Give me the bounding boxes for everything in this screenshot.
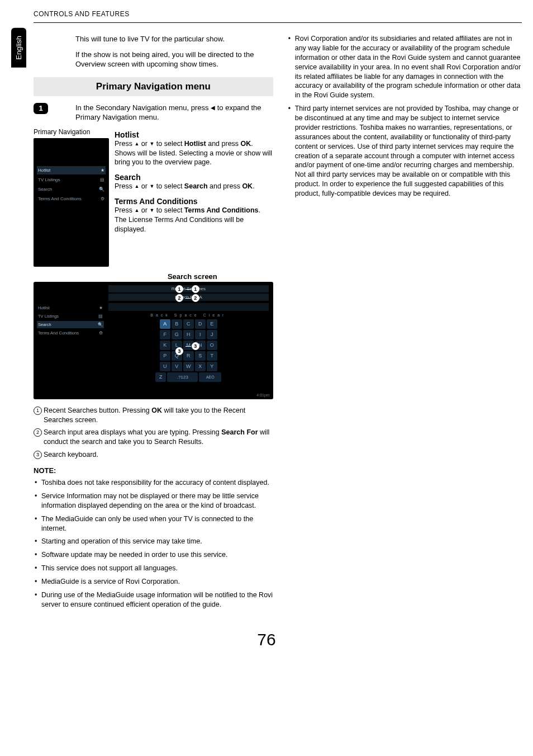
circled-2-icon	[34, 428, 44, 447]
search-screen-figure: Hotlist★ TV Listings▤ Search🔍 Terms And …	[34, 282, 273, 399]
note-heading: NOTE:	[34, 466, 273, 475]
sf-nav-terms: Terms And Conditions⚙	[37, 329, 104, 337]
kb-key: A	[160, 319, 170, 329]
star-icon: ★	[99, 305, 103, 310]
down-arrow-icon	[149, 140, 154, 147]
kb-key: S	[195, 351, 206, 361]
search-body: Press or to select Search and press OK.	[115, 182, 273, 191]
nav-item-search: Search🔍	[37, 185, 106, 193]
note-item: Software update may be needed in order t…	[34, 550, 273, 560]
kb-key-numeric: .?123	[167, 372, 198, 382]
kb-key: Y	[207, 362, 217, 371]
hotlist-heading: Hotlist	[115, 130, 273, 139]
nav-item-tvlistings: TV Listings▤	[37, 176, 106, 184]
settings-icon: ⚙	[101, 196, 104, 201]
sf-nav-hotlist: Hotlist★	[37, 304, 104, 311]
enum-2-text: Search input area displays what you are …	[44, 428, 273, 447]
schedule-icon: ▤	[100, 177, 104, 182]
page-header: CONTROLS AND FEATURES	[34, 6, 522, 23]
kb-key: Z	[155, 372, 166, 382]
kb-key: K	[160, 341, 170, 350]
note-item: Toshiba does not take responsibility for…	[34, 478, 273, 488]
notes-list-right: Rovi Corporation and/or its subsidiaries…	[287, 34, 522, 199]
keyboard-actions: Back Space Clear	[108, 313, 269, 317]
note-item: MediaGuide is a service of Rovi Corporat…	[34, 577, 273, 587]
callout-1-badge: 1	[175, 285, 183, 293]
kb-key: G	[172, 330, 182, 339]
kb-key: F	[160, 330, 170, 339]
kb-key: V	[172, 362, 182, 371]
step-marker-1: 1	[34, 103, 48, 114]
search-icon: 🔍	[99, 187, 104, 192]
kb-key-accent: AÈÖ	[199, 372, 221, 382]
kb-key: T	[207, 351, 217, 361]
star-icon: ★	[101, 168, 104, 173]
step-1-text: In the Secondary Navigation menu, press …	[75, 103, 273, 122]
hotlist-body: Press or to select Hotlist and press OK.…	[115, 139, 273, 168]
sf-nav-tvlistings: TV Listings▤	[37, 313, 104, 320]
search-screen-caption: Search screen	[112, 272, 273, 281]
left-arrow-icon	[211, 104, 215, 112]
nav-item-terms: Terms And Conditions⚙	[37, 195, 106, 203]
kb-key: O	[207, 341, 217, 350]
intro-paragraph-1: This will tune to live TV for the partic…	[75, 34, 273, 44]
nav-item-hotlist: Hotlist★	[37, 166, 106, 174]
kb-key: B	[172, 319, 182, 329]
note-item: Starting and operation of this service m…	[34, 537, 273, 546]
primary-nav-label: Primary Navigation	[34, 128, 109, 136]
down-arrow-icon	[149, 183, 154, 190]
callout-2-badge: 2	[175, 294, 183, 302]
terms-body: Press or to select Terms And Conditions.…	[115, 206, 273, 234]
intro-paragraph-2: If the show is not being aired, you will…	[75, 50, 273, 69]
enum-3-text: Search keyboard.	[44, 450, 273, 460]
kb-key: P	[160, 351, 170, 361]
kb-key: H	[183, 330, 194, 339]
circled-1-icon	[34, 406, 44, 425]
circled-3-icon	[34, 450, 44, 460]
sf-nav-search: Search🔍	[37, 321, 104, 328]
search-for-bar: Search For: A	[108, 294, 269, 301]
note-item: Service Information may not be displayed…	[34, 492, 273, 511]
section-title: Primary Navigation menu	[34, 77, 273, 96]
terms-heading: Terms And Conditions	[115, 197, 273, 206]
note-item: Rovi Corporation and/or its subsidiaries…	[287, 34, 522, 100]
callout-3: 3	[192, 342, 199, 350]
enum-1-text: Recent Searches button. Pressing OK will…	[44, 406, 273, 425]
kb-key: D	[195, 319, 206, 329]
primary-nav-figure: Hotlist★ TV Listings▤ Search🔍 Terms And …	[34, 138, 109, 267]
note-item: During use of the MediaGuide usage infor…	[34, 590, 273, 609]
language-tab: English	[11, 28, 26, 68]
search-heading: Search	[115, 173, 273, 182]
down-arrow-icon	[149, 207, 154, 214]
figure-time: 4:01pm	[256, 393, 269, 397]
kb-key: J	[207, 330, 217, 339]
search-icon: 🔍	[98, 322, 103, 327]
kb-key: X	[195, 362, 206, 371]
notes-list-left: Toshiba does not take responsibility for…	[34, 478, 273, 609]
settings-icon: ⚙	[99, 330, 103, 336]
callout-3-badge: 3	[175, 347, 183, 355]
kb-key: I	[195, 330, 206, 339]
note-item: The MediaGuide can only be used when you…	[34, 514, 273, 533]
kb-key: E	[207, 319, 217, 329]
kb-key: R	[183, 351, 194, 361]
kb-key: W	[183, 362, 194, 371]
on-screen-keyboard: ABCDE FGHIJ KLMNO PQRST UVWXY Z.?123AÈÖ	[108, 319, 269, 382]
schedule-icon: ▤	[98, 314, 103, 319]
note-item: Third party internet services are not pr…	[287, 104, 522, 199]
kb-key: C	[183, 319, 194, 329]
note-item: This service does not support all langua…	[34, 564, 273, 573]
callout-2: 2	[192, 294, 199, 302]
page-number: 76	[11, 630, 522, 660]
callout-1: 1	[192, 285, 199, 293]
search-input-box	[108, 303, 269, 311]
kb-key: U	[160, 362, 170, 371]
